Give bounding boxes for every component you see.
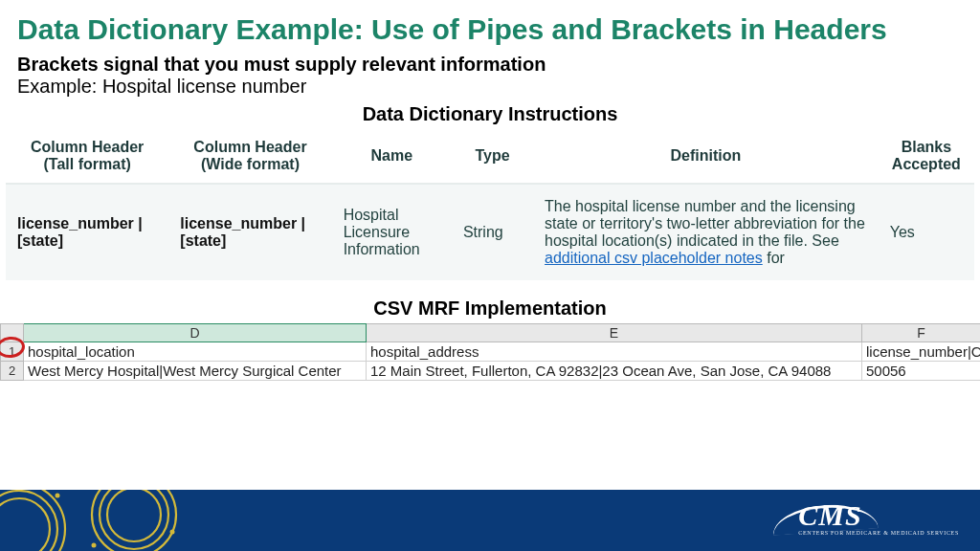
svg-point-5 [107,490,161,541]
slide-title: Data Dictionary Example: Use of Pipes an… [0,0,980,52]
row-header-1[interactable]: 1 [1,342,24,362]
subtitle-example: Example: Hospital license number [0,76,980,101]
dict-cell-wide: license_number | [state] [168,184,331,280]
dict-header-wide: Column Header (Wide format) [168,129,331,184]
col-header-e[interactable]: E [367,324,862,342]
definition-text-post: for [763,250,785,266]
definition-link[interactable]: additional csv placeholder notes [545,250,763,266]
spreadsheet-corner [1,324,24,342]
dict-cell-blanks: Yes [879,184,974,280]
cms-logo: CMS CENTERS FOR MEDICARE & MEDICAID SERV… [798,499,959,536]
dict-cell-type: String [452,184,533,280]
svg-point-8 [170,530,175,535]
cell-d2[interactable]: West Mercy Hospital|West Mercy Surgical … [24,362,367,381]
dict-header-definition: Definition [533,129,879,184]
cell-f2[interactable]: 50056 [862,362,981,381]
data-dictionary-table: Column Header (Tall format) Column Heade… [6,129,974,280]
col-header-d[interactable]: D [24,324,367,342]
cell-f1[interactable]: license_number|CA [862,342,981,362]
cell-e1[interactable]: hospital_address [367,342,862,362]
section-heading-csv: CSV MRF Implementation [0,280,980,323]
dict-header-tall: Column Header (Tall format) [6,129,168,184]
dict-header-name: Name [332,129,452,184]
cell-e2[interactable]: 12 Main Street, Fullerton, CA 92832|23 O… [367,362,862,381]
section-heading-dict: Data Dictionary Instructions [0,101,980,125]
svg-point-2 [0,498,50,551]
row-header-2[interactable]: 2 [1,362,24,381]
dict-header-blanks: Blanks Accepted [879,129,974,184]
svg-point-7 [92,543,97,548]
subtitle-bold: Brackets signal that you must supply rel… [0,52,980,76]
dict-header-type: Type [452,129,533,184]
dict-cell-tall: license_number | [state] [6,184,168,280]
footer-bar: CMS CENTERS FOR MEDICARE & MEDICAID SERV… [0,490,980,551]
spreadsheet: D E F 1 hospital_location hospital_addre… [0,323,980,381]
svg-point-6 [56,494,60,498]
col-header-f[interactable]: F [862,324,981,342]
rings-decoration [0,490,230,551]
cms-logo-tagline: CENTERS FOR MEDICARE & MEDICAID SERVICES [798,530,959,536]
definition-text-pre: The hospital license number and the lice… [545,198,865,249]
dict-cell-name: Hospital Licensure Information [332,184,452,280]
cell-d1[interactable]: hospital_location [24,342,367,362]
svg-point-4 [100,490,168,549]
dict-cell-definition: The hospital license number and the lice… [533,184,879,280]
